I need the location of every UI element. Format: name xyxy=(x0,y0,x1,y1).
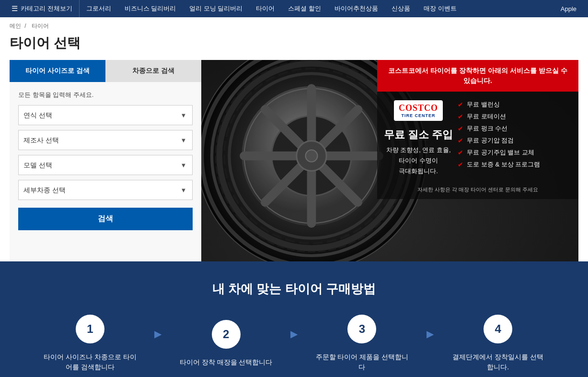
costco-logo-text: COSTCO xyxy=(399,103,438,113)
step-circle-1: 1 xyxy=(76,315,104,343)
step-1: 1 타이어 사이즈나 차종으로 타이어를 검색합니다 xyxy=(31,315,150,372)
year-select-arrow: ▼ xyxy=(175,112,192,119)
check-icon-3: ✔ xyxy=(458,125,463,132)
maker-select-row: 제조사 선택 ▼ xyxy=(18,130,193,150)
search-form: 모든 항목을 입력해 주세요. 연식 선택 ▼ 제조사 선택 ▼ 모델 선택 ▼ xyxy=(10,82,201,239)
hamburger-icon: ☰ xyxy=(12,4,18,13)
tab-car-search[interactable]: 차종으로 검색 xyxy=(105,60,201,82)
nav-special[interactable]: 스페셜 할인 xyxy=(281,0,328,17)
nav-business[interactable]: 비즈니스 딜리버리 xyxy=(118,0,183,17)
form-hint: 모든 항목을 입력해 주세요. xyxy=(18,91,193,99)
check-icon-1: ✔ xyxy=(458,101,463,108)
search-panel: 타이어 사이즈로 검색 차종으로 검색 모든 항목을 입력해 주세요. 연식 선… xyxy=(10,60,201,261)
benefit-1: ✔무료 밸런싱 xyxy=(458,100,572,109)
costco-logo-area: COSTCO TIRE CENTER 무료 질소 주입 차량 조향성, 연료 효… xyxy=(384,100,453,177)
costco-logo-box: COSTCO TIRE CENTER xyxy=(394,100,443,121)
model-select-row: 모델 선택 ▼ xyxy=(18,155,193,175)
category-label: 카테고리 전체보기 xyxy=(21,4,72,13)
year-select[interactable]: 연식 선택 xyxy=(19,106,175,125)
step-2: 2 타이어 장착 매장을 선택합니다 xyxy=(166,320,286,367)
breadcrumb: 메인 / 타이어 xyxy=(0,17,588,32)
promo-desc: 차량 조향성, 연료 효율,타이어 수명이극대화됩니다. xyxy=(386,145,451,177)
maker-select-arrow: ▼ xyxy=(175,137,192,144)
nav-items: 그로서리 비즈니스 딜리버리 얼리 모닝 딜리버리 타이어 스페셜 할인 바이어… xyxy=(80,0,583,17)
model-select-arrow: ▼ xyxy=(175,162,192,169)
costco-sub: TIRE CENTER xyxy=(399,113,438,118)
page-title: 타이어 선택 xyxy=(0,32,588,60)
info-card: 코스트코에서 타이어를 장착하면 아래의 서비스를 받으실 수 있습니다. CO… xyxy=(377,60,578,199)
step-arrow-3: ▶ xyxy=(422,328,438,340)
check-icon-2: ✔ xyxy=(458,113,463,120)
nav-grocery[interactable]: 그로서리 xyxy=(80,0,118,17)
step-circle-3: 3 xyxy=(347,315,376,343)
breadcrumb-main[interactable]: 메인 xyxy=(10,23,21,29)
how-to-title: 내 차에 맞는 타이어 구매방법 xyxy=(10,281,578,297)
info-card-footer: 자세한 사항은 각 매장 타이어 센터로 문의해 주세요 xyxy=(377,183,578,199)
nav-bar: ☰ 카테고리 전체보기 그로서리 비즈니스 딜리버리 얼리 모닝 딜리버리 타이… xyxy=(0,0,588,17)
hero-section: 타이어 사이즈로 검색 차종으로 검색 모든 항목을 입력해 주세요. 연식 선… xyxy=(10,60,578,261)
check-icon-6: ✔ xyxy=(458,161,463,168)
step-circle-4: 4 xyxy=(484,315,512,343)
how-to-section: 내 차에 맞는 타이어 구매방법 1 타이어 사이즈나 차종으로 타이어를 검색… xyxy=(0,261,588,377)
nav-tire[interactable]: 타이어 xyxy=(249,0,281,17)
step-4: 4 결제단계에서 장착일시를 선택합니다. xyxy=(438,315,558,372)
maker-select[interactable]: 제조사 선택 xyxy=(19,130,175,150)
promo-title: 무료 질소 주입 xyxy=(384,128,453,142)
check-icon-4: ✔ xyxy=(458,137,463,144)
search-button[interactable]: 검색 xyxy=(18,208,193,230)
model-select[interactable]: 모델 선택 xyxy=(19,155,175,175)
step-text-1: 타이어 사이즈나 차종으로 타이어를 검색합니다 xyxy=(42,352,138,372)
benefit-6: ✔도로 보증 & 보상 프로그램 xyxy=(458,160,572,169)
svg-point-15 xyxy=(306,150,318,162)
step-circle-2: 2 xyxy=(212,320,241,349)
nav-apple[interactable]: Apple xyxy=(554,5,583,12)
benefit-5: ✔무료 공기주입 밸브 교체 xyxy=(458,148,572,157)
step-arrow-1: ▶ xyxy=(150,328,166,340)
benefit-4: ✔무료 공기압 점검 xyxy=(458,136,572,145)
submodel-select-row: 세부차종 선택 ▼ xyxy=(18,180,193,200)
year-select-row: 연식 선택 ▼ xyxy=(18,105,193,125)
benefits-list: ✔무료 밸런싱 ✔무료 로테이션 ✔무료 펑크 수선 ✔무료 공기압 점검 ✔무… xyxy=(458,100,572,172)
breadcrumb-separator: / xyxy=(24,23,26,29)
benefit-2: ✔무료 로테이션 xyxy=(458,112,572,121)
step-3: 3 주문할 타이어 제품을 선택합니다 xyxy=(302,315,422,372)
step-text-2: 타이어 장착 매장을 선택합니다 xyxy=(180,357,273,367)
step-text-3: 주문할 타이어 제품을 선택합니다 xyxy=(314,352,410,372)
nav-early-morning[interactable]: 얼리 모닝 딜리버리 xyxy=(183,0,249,17)
info-card-body: COSTCO TIRE CENTER 무료 질소 주입 차량 조향성, 연료 효… xyxy=(377,92,578,183)
step-arrow-2: ▶ xyxy=(286,328,302,340)
benefit-3: ✔무료 펑크 수선 xyxy=(458,124,572,133)
breadcrumb-current: 타이어 xyxy=(32,23,49,29)
tab-size-search[interactable]: 타이어 사이즈로 검색 xyxy=(10,60,105,82)
nav-recommended[interactable]: 바이어추천상품 xyxy=(328,0,385,17)
submodel-select-arrow: ▼ xyxy=(175,187,192,194)
submodel-select[interactable]: 세부차종 선택 xyxy=(19,180,175,200)
step-text-4: 결제단계에서 장착일시를 선택합니다. xyxy=(450,352,546,372)
search-tabs: 타이어 사이즈로 검색 차종으로 검색 xyxy=(10,60,201,82)
hero-right: 코스트코에서 타이어를 장착하면 아래의 서비스를 받으실 수 있습니다. CO… xyxy=(201,60,578,261)
nav-new[interactable]: 신상품 xyxy=(385,0,417,17)
steps: 1 타이어 사이즈나 차종으로 타이어를 검색합니다 ▶ 2 타이어 장착 매장… xyxy=(31,315,558,372)
info-card-header: 코스트코에서 타이어를 장착하면 아래의 서비스를 받으실 수 있습니다. xyxy=(377,60,578,92)
nav-event[interactable]: 매장 이벤트 xyxy=(417,0,463,17)
category-menu[interactable]: ☰ 카테고리 전체보기 xyxy=(5,0,80,17)
check-icon-5: ✔ xyxy=(458,149,463,156)
